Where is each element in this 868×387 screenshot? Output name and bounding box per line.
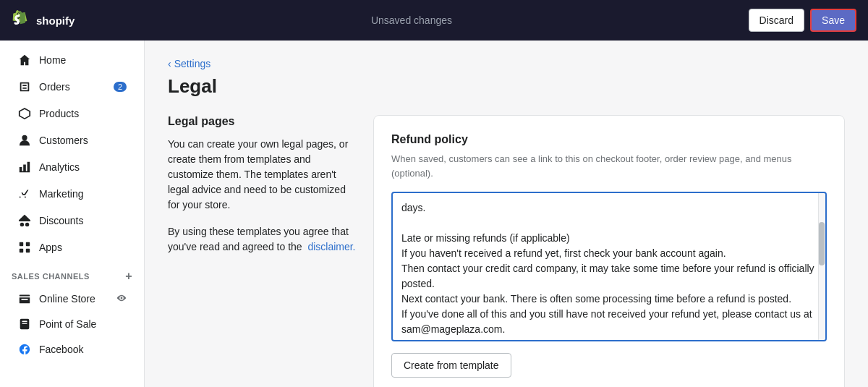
sidebar-item-products[interactable]: Products	[6, 101, 138, 127]
unsaved-status: Unsaved changes	[371, 14, 452, 26]
sidebar-item-orders[interactable]: Orders 2	[6, 74, 138, 100]
sidebar-nav: Home Orders 2 Products Customers	[0, 41, 144, 368]
breadcrumb-parent: Settings	[174, 58, 211, 69]
sidebar-item-point-of-sale[interactable]: Point of Sale	[6, 312, 138, 336]
orders-icon	[17, 80, 32, 94]
sidebar-item-apps[interactable]: Apps	[6, 234, 138, 260]
sidebar-item-analytics[interactable]: Analytics	[6, 154, 138, 180]
sidebar-label-online-store: Online Store	[39, 293, 95, 305]
sidebar-item-marketing[interactable]: Marketing	[6, 181, 138, 207]
right-panel: Refund policy When saved, customers can …	[373, 115, 845, 387]
policy-title: Refund policy	[391, 133, 827, 146]
sidebar-label-facebook: Facebook	[39, 344, 83, 355]
brand-name: shopify	[36, 14, 75, 27]
home-icon	[17, 53, 32, 67]
shopify-logo: shopify	[12, 10, 75, 30]
breadcrumb[interactable]: ‹ Settings	[168, 58, 845, 69]
page-title: Legal	[168, 75, 845, 98]
apps-icon	[17, 240, 32, 255]
sales-channels-section: SALES CHANNELS +	[0, 261, 144, 286]
svg-rect-0	[20, 242, 23, 246]
products-icon	[17, 106, 32, 121]
svg-rect-3	[26, 249, 30, 252]
sidebar-label-orders: Orders	[39, 81, 70, 93]
topbar: shopify Unsaved changes Discard Save	[0, 0, 868, 41]
disclaimer-link[interactable]: disclaimer.	[307, 241, 355, 252]
orders-badge: 2	[114, 82, 127, 92]
legal-pages-note: By using these templates you agree that …	[168, 224, 356, 255]
analytics-icon	[17, 160, 32, 174]
sidebar-item-customers[interactable]: Customers	[6, 127, 138, 153]
svg-rect-5	[22, 321, 27, 323]
policy-textarea-container: days. Late or missing refunds (if applic…	[391, 192, 827, 341]
facebook-icon	[17, 342, 32, 357]
eye-icon[interactable]	[116, 293, 127, 305]
policy-textarea[interactable]: days. Late or missing refunds (if applic…	[393, 193, 825, 338]
topbar-left: shopify	[12, 10, 75, 30]
content-area: Legal pages You can create your own lega…	[168, 115, 845, 387]
svg-rect-6	[22, 323, 27, 324]
sidebar-label-products: Products	[39, 108, 79, 119]
breadcrumb-arrow: ‹	[168, 58, 171, 69]
left-panel: Legal pages You can create your own lega…	[168, 115, 356, 387]
sidebar: Home Orders 2 Products Customers	[0, 41, 145, 387]
create-from-template-button[interactable]: Create from template	[391, 353, 511, 378]
sidebar-label-pos: Point of Sale	[39, 318, 96, 330]
sidebar-label-analytics: Analytics	[39, 161, 80, 173]
legal-pages-title: Legal pages	[168, 115, 356, 128]
discard-button[interactable]: Discard	[749, 9, 804, 32]
sidebar-item-facebook[interactable]: Facebook	[6, 337, 138, 362]
scrollbar-thumb[interactable]	[819, 222, 825, 265]
discounts-icon	[17, 213, 32, 228]
sidebar-label-home: Home	[39, 54, 66, 66]
sidebar-label-discounts: Discounts	[39, 215, 83, 226]
customers-icon	[17, 133, 32, 148]
main-content: ‹ Settings Legal Legal pages You can cre…	[145, 41, 868, 387]
marketing-icon	[17, 187, 32, 201]
topbar-actions: Discard Save	[749, 9, 856, 32]
pos-icon	[17, 317, 32, 331]
save-button[interactable]: Save	[810, 9, 856, 32]
svg-rect-1	[26, 242, 30, 246]
svg-rect-2	[20, 249, 23, 252]
add-sales-channel-icon[interactable]: +	[125, 270, 132, 283]
legal-pages-desc: You can create your own legal pages, or …	[168, 137, 356, 213]
policy-desc: When saved, customers can see a link to …	[391, 152, 827, 180]
main-layout: Home Orders 2 Products Customers	[0, 41, 868, 387]
sidebar-label-marketing: Marketing	[39, 188, 83, 200]
sidebar-item-online-store[interactable]: Online Store	[6, 286, 138, 311]
sidebar-label-customers: Customers	[39, 135, 88, 146]
sidebar-item-discounts[interactable]: Discounts	[6, 208, 138, 234]
sidebar-item-home[interactable]: Home	[6, 47, 138, 73]
sidebar-label-apps: Apps	[39, 242, 62, 253]
online-store-icon	[17, 292, 32, 306]
sales-channels-label: SALES CHANNELS	[12, 272, 90, 281]
scrollbar-track	[818, 193, 825, 340]
